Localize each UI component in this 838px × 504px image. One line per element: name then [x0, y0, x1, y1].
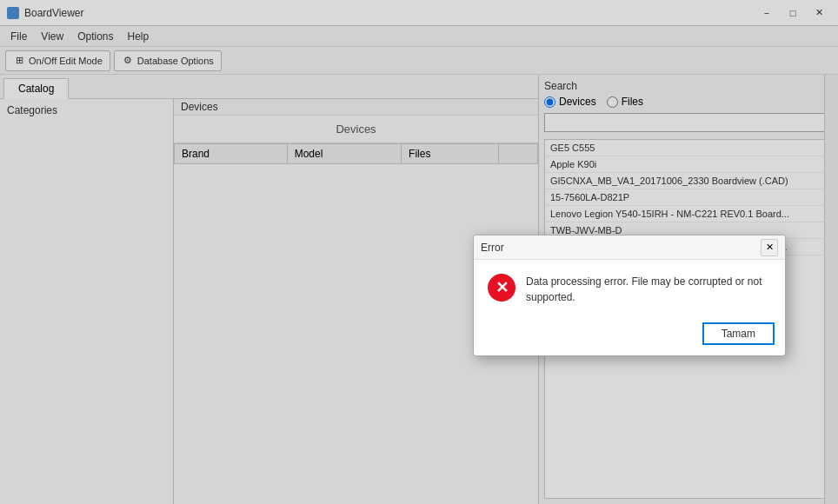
- error-close-button[interactable]: ✕: [761, 239, 778, 256]
- error-body: ✕ Data processing error. File may be cor…: [474, 260, 785, 315]
- ok-button[interactable]: Tamam: [702, 322, 775, 345]
- error-title-bar: Error ✕: [474, 235, 785, 260]
- error-message: Data processing error. File may be corru…: [526, 274, 771, 305]
- error-icon: ✕: [488, 274, 515, 302]
- error-title-text: Error: [481, 242, 504, 254]
- error-footer: Tamam: [474, 315, 785, 355]
- error-dialog: Error ✕ ✕ Data processing error. File ma…: [473, 235, 786, 356]
- dialog-overlay: Error ✕ ✕ Data processing error. File ma…: [0, 0, 838, 504]
